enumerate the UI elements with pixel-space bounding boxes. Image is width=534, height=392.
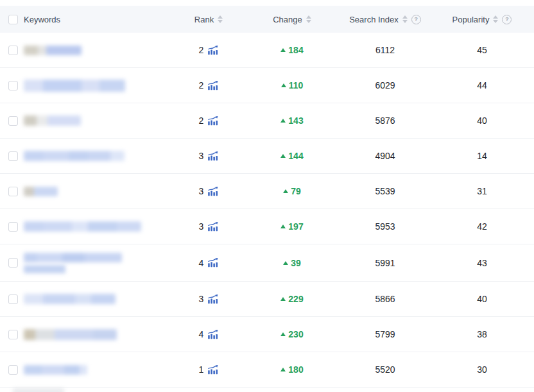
row-checkbox[interactable] <box>8 116 18 126</box>
table-row: 3 79 5539 31 <box>0 174 534 209</box>
search-index-cell: 5520 <box>340 364 430 375</box>
redacted-keyword-segment <box>117 221 141 232</box>
search-index-value: 5953 <box>375 221 395 232</box>
keyword-cell <box>0 329 173 340</box>
row-checkbox[interactable] <box>8 258 18 268</box>
redacted-keyword-segment <box>80 365 87 375</box>
table-row: 4 230 5799 38 <box>0 317 534 352</box>
change-value: 184 <box>288 45 303 55</box>
trend-chart-icon[interactable] <box>207 222 218 232</box>
sort-desc-icon[interactable] <box>493 20 498 23</box>
row-checkbox[interactable] <box>8 81 18 90</box>
rank-value: 2 <box>199 115 204 126</box>
header-cell-change[interactable]: Change <box>244 15 340 24</box>
redacted-keyword-segment <box>72 221 88 232</box>
rank-value: 3 <box>199 221 204 232</box>
change-value: 110 <box>289 80 304 90</box>
up-arrow-icon <box>280 48 286 52</box>
table-row: 1 180 5520 30 <box>0 352 534 388</box>
sort-asc-icon[interactable] <box>218 15 223 19</box>
rank-value: 1 <box>199 364 204 375</box>
search-index-cell: 5876 <box>340 115 430 126</box>
redacted-keyword-segment <box>37 253 62 262</box>
header-cell-popularity[interactable]: Popularity ? <box>430 15 534 24</box>
trend-chart-icon[interactable] <box>207 116 218 126</box>
trend-chart-icon[interactable] <box>207 258 218 268</box>
sort-asc-icon[interactable] <box>306 15 311 19</box>
sort-asc-icon[interactable] <box>402 15 408 19</box>
redacted-keyword-line <box>24 294 116 304</box>
redacted-keyword-segment <box>75 294 91 304</box>
redacted-keyword-segment <box>24 294 43 304</box>
rank-value: 4 <box>199 329 204 339</box>
popularity-value: 38 <box>477 329 487 339</box>
redacted-keyword-segment <box>37 115 47 126</box>
sort-desc-icon[interactable] <box>306 20 311 23</box>
sort-desc-icon[interactable] <box>402 20 408 23</box>
trend-chart-icon[interactable] <box>207 330 218 339</box>
change-value: 230 <box>288 329 303 339</box>
trend-chart-icon[interactable] <box>207 365 218 375</box>
keyword-cell <box>0 115 173 126</box>
change-cell: 230 <box>244 329 340 339</box>
sort-carets-icon[interactable] <box>218 15 223 23</box>
redacted-keyword-segment <box>43 294 75 304</box>
row-checkbox[interactable] <box>8 187 18 196</box>
rank-cell: 2 <box>173 115 244 126</box>
help-question-icon[interactable]: ? <box>502 15 512 24</box>
sort-asc-icon[interactable] <box>493 15 498 19</box>
redacted-keyword <box>24 151 125 161</box>
change-value: 197 <box>288 221 303 232</box>
redacted-keyword-segment <box>43 221 72 232</box>
change-value: 144 <box>288 151 303 161</box>
header-cell-search-index[interactable]: Search Index ? <box>340 15 430 24</box>
trend-chart-icon[interactable] <box>207 81 218 90</box>
rank-cell: 4 <box>173 329 244 339</box>
row-checkbox[interactable] <box>8 46 18 55</box>
redacted-keyword <box>24 329 117 340</box>
redacted-keyword-line <box>13 388 64 392</box>
redacted-keyword-segment <box>55 329 93 340</box>
popularity-value: 44 <box>477 80 487 90</box>
partial-next-row-redacted-keyword <box>13 388 64 392</box>
select-all-checkbox[interactable] <box>8 15 18 24</box>
row-checkbox[interactable] <box>8 365 18 375</box>
row-checkbox[interactable] <box>8 151 18 161</box>
change-cell: 184 <box>244 45 340 55</box>
trend-chart-icon[interactable] <box>207 151 218 161</box>
help-question-icon[interactable]: ? <box>411 15 421 24</box>
row-checkbox[interactable] <box>8 330 18 339</box>
row-checkbox[interactable] <box>8 294 18 304</box>
row-checkbox[interactable] <box>8 222 18 232</box>
redacted-keyword-segment <box>82 80 99 92</box>
up-arrow-icon <box>283 261 288 265</box>
redacted-keyword-segment <box>62 253 85 262</box>
rank-value: 3 <box>199 294 204 304</box>
redacted-keyword-segment <box>24 265 65 273</box>
change-value: 143 <box>288 115 303 126</box>
redacted-keyword-segment <box>34 187 58 196</box>
trend-chart-icon[interactable] <box>207 46 218 55</box>
trend-chart-icon[interactable] <box>207 187 218 196</box>
search-index-cell: 5539 <box>340 186 430 196</box>
keyword-cell <box>0 294 173 304</box>
sort-desc-icon[interactable] <box>218 20 223 23</box>
search-index-value: 5799 <box>375 329 395 339</box>
sort-carets-icon[interactable] <box>306 15 311 23</box>
trend-chart-icon[interactable] <box>207 294 218 304</box>
popularity-cell: 43 <box>430 258 534 268</box>
sort-carets-icon[interactable] <box>402 15 408 23</box>
popularity-cell: 44 <box>430 80 534 90</box>
change-cell: 110 <box>244 80 340 90</box>
search-index-value: 5866 <box>375 294 395 304</box>
rank-cell: 1 <box>173 364 244 375</box>
redacted-keyword-segment <box>88 221 117 232</box>
redacted-keyword-segment <box>24 80 43 92</box>
redacted-keyword-segment <box>24 221 43 232</box>
header-cell-rank[interactable]: Rank <box>173 15 244 24</box>
table-row: 2 143 5876 40 <box>0 103 534 139</box>
redacted-keyword <box>24 80 125 92</box>
sort-carets-icon[interactable] <box>493 15 498 23</box>
redacted-keyword-segment <box>24 187 34 196</box>
popularity-value: 30 <box>477 364 487 375</box>
